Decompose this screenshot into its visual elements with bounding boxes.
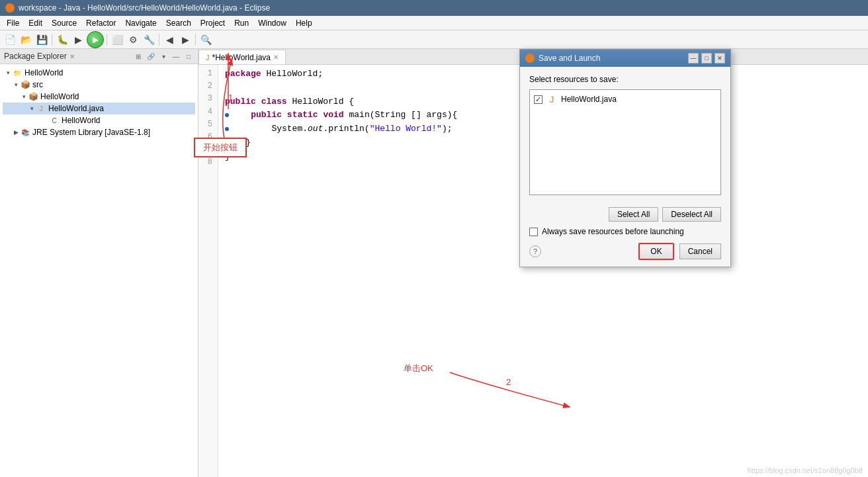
- panel-header: Package Explorer ✕ ⊞ 🔗 ▾ — □: [0, 49, 198, 64]
- dialog-title-icon: [525, 54, 535, 63]
- eclipse-icon: [5, 3, 15, 13]
- resource-filename: HelloWorld.java: [561, 95, 617, 104]
- resource-item-helloworld: J HelloWorld.java: [533, 93, 718, 106]
- tree-package[interactable]: ▾ 📦 HelloWorld: [3, 91, 195, 103]
- title-bar: workspace - Java - HelloWorld/src/HelloW…: [0, 0, 868, 16]
- dialog-titlebar-btns: — □ ✕: [688, 53, 725, 64]
- dialog-titlebar: Save and Launch — □ ✕: [520, 50, 730, 67]
- src-icon: 📦: [20, 79, 30, 90]
- toolbar-sep3: [159, 34, 159, 46]
- resource-list[interactable]: J HelloWorld.java: [529, 89, 721, 195]
- tree-label-jre: JRE System Library [JavaSE-1.8]: [32, 128, 150, 137]
- tree-java-file[interactable]: ▾ J HelloWorld.java: [3, 103, 195, 114]
- toolbar-open[interactable]: 📂: [19, 32, 33, 47]
- tree-label-javafile: HelloWorld.java: [48, 104, 104, 113]
- toolbar-save[interactable]: 💾: [34, 32, 49, 47]
- tree-arrow-project: ▾: [4, 69, 12, 77]
- tree-arrow-package: ▾: [20, 93, 28, 101]
- menu-navigate[interactable]: Navigate: [121, 17, 160, 29]
- toolbar-btn3[interactable]: ⬜: [110, 32, 124, 47]
- tree-label-src: src: [32, 80, 43, 89]
- link-with-editor-icon[interactable]: 🔗: [146, 51, 156, 62]
- dialog-body: Select resources to save: J HelloWorld.j…: [520, 67, 730, 203]
- help-icon[interactable]: ?: [529, 245, 541, 257]
- toolbar-new[interactable]: 📄: [3, 32, 17, 47]
- tree-label-class: HelloWorld: [62, 116, 100, 125]
- tree-project[interactable]: ▾ 📁 HelloWorld: [3, 67, 195, 79]
- menu-bar: File Edit Source Refactor Navigate Searc…: [0, 16, 868, 30]
- toolbar-search[interactable]: 🔍: [198, 32, 213, 47]
- panel-header-left: Package Explorer ✕: [4, 52, 75, 61]
- resource-checkbox[interactable]: [534, 95, 542, 104]
- minimize-icon[interactable]: —: [171, 51, 181, 62]
- always-save-label: Always save resources before launching: [542, 227, 684, 236]
- menu-refactor[interactable]: Refactor: [82, 17, 120, 29]
- ok-button[interactable]: OK: [638, 243, 673, 260]
- menu-window[interactable]: Window: [254, 17, 290, 29]
- menu-project[interactable]: Project: [196, 17, 229, 29]
- toolbar-btn4[interactable]: ⚙: [126, 32, 140, 47]
- tree-area: ▾ 📁 HelloWorld ▾ 📦 src ▾ 📦 HelloWorld: [0, 64, 198, 477]
- java-file-icon: J: [36, 103, 46, 114]
- tree-label-package: HelloWorld: [40, 92, 79, 101]
- deselect-all-button[interactable]: Deselect All: [662, 207, 721, 222]
- menu-file[interactable]: File: [3, 17, 23, 29]
- toolbar-sep4: [195, 34, 196, 46]
- project-icon: 📁: [12, 67, 22, 78]
- save-and-launch-dialog: Save and Launch — □ ✕ Select resources t…: [519, 49, 731, 267]
- tree-arrow-javafile: ▾: [28, 105, 36, 112]
- toolbar-debug[interactable]: 🐛: [55, 32, 69, 47]
- maximize-icon[interactable]: □: [183, 51, 194, 62]
- java-file-icon-dialog: J: [546, 94, 557, 105]
- package-icon: 📦: [28, 91, 38, 102]
- title-text: workspace - Java - HelloWorld/src/HelloW…: [19, 3, 270, 13]
- dialog-minimize-btn[interactable]: —: [688, 53, 699, 64]
- menu-edit[interactable]: Edit: [24, 17, 46, 29]
- line-numbers: 1 2 3 4 5 6 7 8: [198, 65, 218, 477]
- main-layout: Package Explorer ✕ ⊞ 🔗 ▾ — □ ▾ 📁 HelloWo…: [0, 49, 868, 477]
- toolbar-next[interactable]: ▶: [178, 32, 193, 47]
- toolbar-btn5[interactable]: 🔧: [142, 32, 156, 47]
- class-icon: C: [49, 115, 60, 126]
- collapse-all-icon[interactable]: ⊞: [133, 51, 144, 62]
- tab-label: *HelloWorld.java: [212, 53, 271, 62]
- menu-run[interactable]: Run: [230, 17, 253, 29]
- panel-close-icon[interactable]: ✕: [69, 53, 75, 60]
- menu-search[interactable]: Search: [162, 17, 195, 29]
- dialog-title: Save and Launch: [539, 54, 600, 63]
- always-save-checkbox[interactable]: [529, 228, 538, 236]
- toolbar-prev[interactable]: ◀: [162, 32, 177, 47]
- toolbar-run-ext[interactable]: ▶: [71, 32, 85, 47]
- dialog-close-btn[interactable]: ✕: [715, 53, 725, 64]
- select-deselect-row: Select All Deselect All: [520, 203, 730, 222]
- tree-arrow-src: ▾: [12, 81, 20, 89]
- tree-jre[interactable]: ▶ 📚 JRE System Library [JavaSE-1.8]: [3, 126, 195, 138]
- editor-tab-helloworld[interactable]: J *HelloWorld.java ✕: [198, 50, 286, 64]
- dialog-subtitle: Select resources to save:: [529, 75, 721, 84]
- toolbar-sep1: [52, 34, 52, 46]
- tree-arrow-jre: ▶: [12, 128, 20, 136]
- select-all-button[interactable]: Select All: [609, 207, 658, 222]
- always-save-row: Always save resources before launching: [520, 222, 730, 239]
- dialog-footer-row: ? OK Cancel: [520, 239, 730, 267]
- menu-help[interactable]: Help: [292, 17, 316, 29]
- panel-title: Package Explorer: [4, 52, 67, 61]
- tab-icon: J: [206, 54, 210, 62]
- toolbar: 📄 📂 💾 🐛 ▶ ▶ ⬜ ⚙ 🔧 ◀ ▶ 🔍: [0, 30, 868, 49]
- view-menu-icon[interactable]: ▾: [158, 51, 169, 62]
- jre-icon: 📚: [20, 127, 30, 138]
- tree-label-project: HelloWorld: [24, 68, 63, 77]
- panel-header-icons: ⊞ 🔗 ▾ — □: [133, 51, 194, 62]
- tree-class[interactable]: ▶ C HelloWorld: [3, 114, 195, 126]
- run-button[interactable]: ▶: [87, 31, 104, 48]
- close-tab-icon[interactable]: ✕: [273, 54, 279, 61]
- toolbar-sep2: [107, 34, 107, 46]
- cancel-button[interactable]: Cancel: [679, 243, 721, 259]
- tree-src[interactable]: ▾ 📦 src: [3, 79, 195, 91]
- dialog-titlebar-left: Save and Launch: [525, 54, 600, 63]
- menu-source[interactable]: Source: [48, 17, 81, 29]
- package-explorer-panel: Package Explorer ✕ ⊞ 🔗 ▾ — □ ▾ 📁 HelloWo…: [0, 49, 198, 477]
- dialog-maximize-btn[interactable]: □: [701, 53, 712, 64]
